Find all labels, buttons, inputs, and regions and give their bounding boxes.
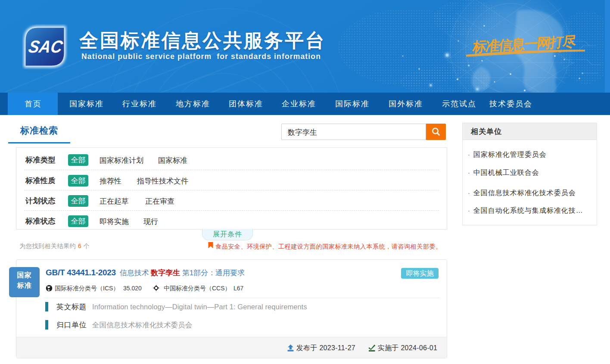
svg-text:SAC: SAC bbox=[27, 37, 65, 56]
